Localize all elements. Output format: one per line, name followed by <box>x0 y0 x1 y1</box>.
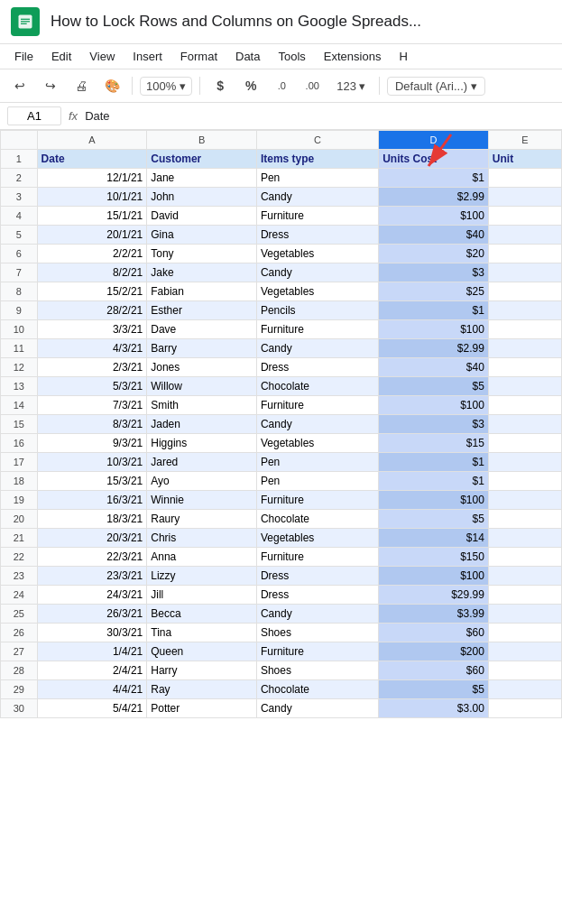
unit-cell <box>488 282 561 301</box>
items-cell: Furniture <box>256 207 378 226</box>
items-cell: Chocolate <box>256 510 378 529</box>
spreadsheet-container[interactable]: A B C D E 1 Date Customer Items type Uni… <box>0 130 562 718</box>
table-row: 23 23/3/21 Lizzy Dress $100 <box>1 567 562 586</box>
customer-cell: Lizzy <box>147 567 257 586</box>
title-bar: How to Lock Rows and Columns on Google S… <box>0 0 562 44</box>
date-cell: 7/3/21 <box>37 396 147 415</box>
customer-cell: Jones <box>147 358 257 377</box>
row-num-29: 29 <box>1 680 38 699</box>
items-cell: Furniture <box>256 642 378 661</box>
cost-cell: $3 <box>379 263 489 282</box>
unit-cell <box>488 567 561 586</box>
date-cell: 8/2/21 <box>37 263 147 282</box>
menu-data[interactable]: Data <box>228 46 267 67</box>
corner-cell <box>1 131 38 150</box>
items-cell: Furniture <box>256 320 378 339</box>
items-cell: Candy <box>256 415 378 434</box>
table-row: 13 5/3/21 Willow Chocolate $5 <box>1 377 562 396</box>
col-header-d[interactable]: D <box>379 131 489 150</box>
items-cell: Shoes <box>256 624 378 642</box>
date-cell: 4/3/21 <box>37 339 147 358</box>
items-cell: Candy <box>256 263 378 282</box>
menu-extensions[interactable]: Extensions <box>317 46 389 67</box>
unit-cell <box>488 680 561 699</box>
zoom-control[interactable]: 100% ▾ <box>140 77 192 96</box>
currency-button[interactable]: $ <box>207 73 233 98</box>
sheets-icon <box>11 7 40 36</box>
format-number-control[interactable]: 123 ▾ <box>330 77 372 96</box>
separator-1 <box>132 77 133 95</box>
spreadsheet-body: 2 12/1/21 Jane Pen $1 3 10/1/21 John Can… <box>1 169 562 718</box>
customer-cell: Winnie <box>147 491 257 510</box>
customer-cell: Queen <box>147 642 257 661</box>
menu-file[interactable]: File <box>7 46 41 67</box>
items-cell: Vegetables <box>256 434 378 453</box>
menu-help[interactable]: H <box>392 46 414 67</box>
row-num-8: 8 <box>1 282 38 301</box>
table-row: 16 9/3/21 Higgins Vegetables $15 <box>1 434 562 453</box>
customer-cell: John <box>147 188 257 207</box>
date-cell: 18/3/21 <box>37 510 147 529</box>
table-row: 2 12/1/21 Jane Pen $1 <box>1 169 562 188</box>
col-header-e[interactable]: E <box>488 131 561 150</box>
cost-cell: $150 <box>379 548 489 567</box>
data-header-row: 1 Date Customer Items type Units Cost Un… <box>1 150 562 169</box>
cost-cell: $60 <box>379 624 489 642</box>
date-cell: 2/4/21 <box>37 661 147 680</box>
redo-button[interactable]: ↪ <box>38 73 63 98</box>
menu-insert[interactable]: Insert <box>125 46 170 67</box>
cost-cell: $60 <box>379 661 489 680</box>
col-header-b[interactable]: B <box>147 131 257 150</box>
paint-format-button[interactable]: 🎨 <box>99 73 124 98</box>
table-row: 10 3/3/21 Dave Furniture $100 <box>1 320 562 339</box>
col-header-c[interactable]: C <box>256 131 378 150</box>
table-row: 9 28/2/21 Esther Pencils $1 <box>1 301 562 320</box>
row-num-15: 15 <box>1 415 38 434</box>
print-button[interactable]: 🖨 <box>69 73 94 98</box>
formula-input[interactable] <box>85 109 555 123</box>
table-row: 3 10/1/21 John Candy $2.99 <box>1 188 562 207</box>
header-units-cost: Units Cost <box>379 150 489 169</box>
font-chevron: ▾ <box>471 79 477 93</box>
row-num-26: 26 <box>1 624 38 642</box>
menu-view[interactable]: View <box>82 46 122 67</box>
decimal-increase-button[interactable]: .00 <box>299 73 325 98</box>
row-num-25: 25 <box>1 605 38 624</box>
font-control[interactable]: Default (Ari...) ▾ <box>387 77 485 96</box>
items-cell: Candy <box>256 605 378 624</box>
undo-button[interactable]: ↩ <box>7 73 32 98</box>
date-cell: 15/2/21 <box>37 282 147 301</box>
row-num-17: 17 <box>1 453 38 472</box>
items-cell: Dress <box>256 358 378 377</box>
menu-tools[interactable]: Tools <box>271 46 312 67</box>
col-header-a[interactable]: A <box>37 131 147 150</box>
row-num-19: 19 <box>1 491 38 510</box>
format-number-value: 123 <box>336 79 356 93</box>
date-cell: 15/1/21 <box>37 207 147 226</box>
row-num-5: 5 <box>1 226 38 245</box>
date-cell: 22/3/21 <box>37 548 147 567</box>
table-row: 4 15/1/21 David Furniture $100 <box>1 207 562 226</box>
date-cell: 5/4/21 <box>37 699 147 718</box>
unit-cell <box>488 320 561 339</box>
cell-reference[interactable] <box>7 106 61 125</box>
decimal-decrease-button[interactable]: .0 <box>269 73 294 98</box>
row-num-4: 4 <box>1 207 38 226</box>
customer-cell: Higgins <box>147 434 257 453</box>
date-cell: 4/4/21 <box>37 680 147 699</box>
cost-cell: $100 <box>379 396 489 415</box>
menu-format[interactable]: Format <box>173 46 225 67</box>
customer-cell: Ayo <box>147 472 257 491</box>
date-cell: 5/3/21 <box>37 377 147 396</box>
cost-cell: $29.99 <box>379 586 489 605</box>
cost-cell: $200 <box>379 642 489 661</box>
date-cell: 10/1/21 <box>37 188 147 207</box>
items-cell: Furniture <box>256 396 378 415</box>
customer-cell: Harry <box>147 661 257 680</box>
percent-button[interactable]: % <box>238 73 263 98</box>
svg-rect-3 <box>21 23 27 24</box>
customer-cell: Jared <box>147 453 257 472</box>
cost-cell: $3.00 <box>379 699 489 718</box>
menu-edit[interactable]: Edit <box>44 46 78 67</box>
zoom-chevron: ▾ <box>180 79 186 93</box>
